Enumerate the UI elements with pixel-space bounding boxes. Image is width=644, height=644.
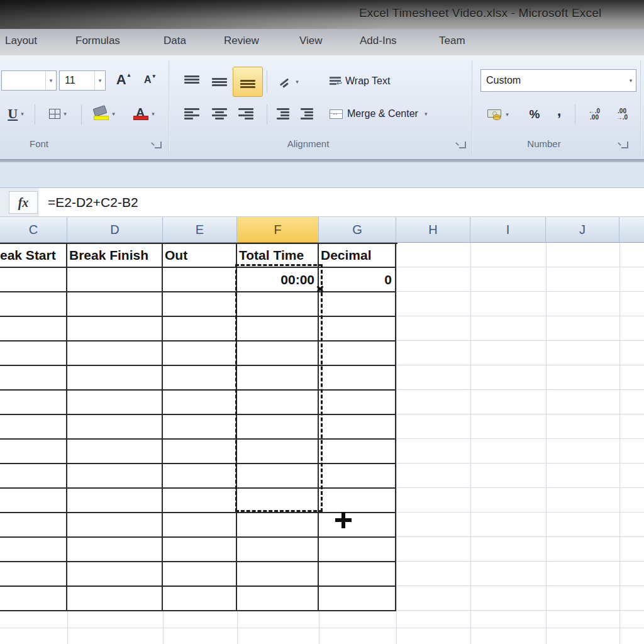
cell[interactable] (67, 415, 163, 440)
cell[interactable] (319, 366, 396, 391)
cell[interactable] (319, 292, 396, 317)
cell[interactable] (0, 366, 67, 391)
cell[interactable] (319, 562, 396, 587)
align-top-button[interactable] (179, 68, 205, 96)
orientation-button[interactable]: ▾ (272, 68, 306, 96)
chevron-down-icon[interactable]: ▾ (21, 111, 24, 117)
cell[interactable] (67, 489, 163, 513)
cell[interactable] (67, 587, 163, 611)
column-header-D[interactable]: D (67, 217, 163, 243)
cell[interactable] (163, 538, 237, 562)
chevron-down-icon[interactable]: ▾ (45, 71, 56, 90)
align-right-button[interactable] (233, 101, 259, 128)
cell[interactable] (67, 366, 163, 391)
column-header-F-selected[interactable]: F (237, 217, 319, 243)
fill-color-button[interactable]: ▾ (86, 101, 122, 127)
cell[interactable] (67, 538, 163, 562)
decrease-decimal-button[interactable]: .00 →.0 (609, 101, 635, 128)
cell[interactable] (67, 513, 163, 538)
align-center-button[interactable] (206, 101, 233, 128)
cell[interactable] (0, 391, 67, 415)
cell[interactable] (237, 562, 319, 587)
cell[interactable] (163, 562, 237, 587)
cell[interactable] (237, 513, 319, 538)
column-header-C[interactable]: C (0, 217, 67, 243)
cell[interactable] (319, 538, 396, 562)
cell[interactable] (67, 317, 163, 341)
chevron-down-icon[interactable]: ▾ (626, 70, 636, 91)
cell[interactable] (67, 440, 163, 464)
font-dialog-launcher[interactable] (155, 142, 162, 148)
chevron-down-icon[interactable]: ▾ (425, 111, 428, 117)
cell[interactable] (237, 489, 319, 513)
chevron-down-icon[interactable]: ▾ (64, 111, 67, 117)
alignment-dialog-launcher[interactable] (459, 142, 466, 148)
insert-function-button[interactable]: fx (9, 191, 38, 214)
borders-button[interactable]: ▾ (38, 102, 78, 126)
cell[interactable] (67, 268, 163, 292)
cell[interactable] (319, 391, 396, 415)
cell-decimal-label[interactable]: Decimal (319, 244, 396, 268)
number-format-combobox[interactable]: Custom ▾ (480, 69, 636, 92)
chevron-down-icon[interactable]: ▾ (296, 79, 299, 85)
chevron-down-icon[interactable]: ▾ (506, 111, 509, 118)
cell[interactable] (163, 464, 237, 489)
cell-out-label[interactable]: Out (163, 244, 237, 268)
align-left-button[interactable] (179, 101, 205, 128)
cell[interactable] (67, 562, 163, 587)
cell[interactable] (237, 341, 319, 366)
cell[interactable] (0, 341, 67, 366)
cell[interactable] (237, 391, 319, 415)
cell[interactable] (0, 292, 67, 317)
cell[interactable] (163, 341, 237, 366)
grow-font-button[interactable]: A ▴ (111, 69, 136, 91)
tab-layout[interactable]: Layout (5, 35, 37, 47)
cell[interactable] (319, 513, 396, 538)
percent-style-button[interactable]: % (522, 101, 547, 128)
cell[interactable] (163, 440, 237, 464)
cell[interactable] (67, 391, 163, 415)
cell[interactable] (237, 415, 319, 440)
column-header-G[interactable]: G (319, 217, 396, 243)
cell[interactable] (319, 587, 396, 611)
cell[interactable] (0, 587, 67, 611)
cell[interactable] (0, 268, 67, 292)
increase-decimal-button[interactable]: ←.0 .00 (581, 101, 608, 128)
shrink-font-button[interactable]: A ▾ (137, 69, 162, 91)
column-header-I[interactable]: I (470, 217, 546, 243)
tab-team[interactable]: Team (439, 35, 465, 47)
cell[interactable] (237, 292, 319, 317)
cell[interactable] (237, 440, 319, 464)
cell[interactable] (0, 464, 67, 489)
cell[interactable] (0, 317, 67, 341)
cell[interactable] (163, 415, 237, 440)
chevron-down-icon[interactable]: ▾ (112, 111, 115, 117)
chevron-down-icon[interactable]: ▾ (94, 71, 105, 90)
tab-add-ins[interactable]: Add-Ins (360, 35, 397, 47)
font-color-button[interactable]: A ▾ (125, 101, 162, 127)
column-header-partial[interactable] (619, 217, 644, 243)
cell[interactable] (163, 268, 237, 292)
comma-style-button[interactable]: , (550, 97, 569, 125)
align-bottom-button-active[interactable] (233, 67, 263, 97)
font-size-combobox[interactable]: 11 ▾ (59, 70, 106, 91)
cell[interactable] (319, 415, 396, 440)
tab-review[interactable]: Review (224, 35, 259, 47)
cell[interactable] (319, 341, 396, 366)
fill-handle-icon[interactable] (316, 285, 324, 292)
cell[interactable] (163, 292, 237, 317)
tab-data[interactable]: Data (164, 35, 186, 47)
formula-input[interactable]: =E2-D2+C2-B2 (39, 188, 644, 216)
number-dialog-launcher[interactable] (621, 142, 628, 148)
accounting-format-button[interactable]: ▾ (480, 101, 516, 128)
cell[interactable] (319, 317, 396, 341)
cell[interactable] (0, 513, 67, 538)
sheet-grid[interactable]: eak StartBreak FinishOutTotal TimeDecima… (0, 243, 644, 644)
cell[interactable] (163, 489, 237, 513)
cell[interactable] (67, 341, 163, 366)
tab-formulas[interactable]: Formulas (75, 35, 120, 47)
cell[interactable] (0, 562, 67, 587)
cell[interactable] (237, 464, 319, 489)
cell[interactable] (0, 489, 67, 513)
font-name-combobox[interactable]: ▾ (1, 70, 57, 91)
